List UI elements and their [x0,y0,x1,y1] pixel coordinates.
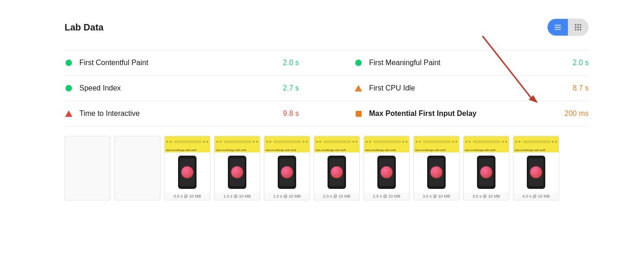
metric-value-si: 2.7 s [283,84,299,92]
metric-label-si: Speed Index [79,84,283,92]
metrics-grid: First Contentful Paint 2.0 s Speed Index… [65,50,589,127]
svg-rect-6 [575,27,576,28]
green-circle-icon-2 [65,84,73,92]
metric-label-tti: Time to Interactive [79,109,283,118]
orange-square-icon [354,109,363,118]
metric-first-meaningful-paint: First Meaningful Paint 2.0 s [327,50,589,76]
svg-rect-2 [555,29,561,30]
frame-label-4: 1.0 s @ 10 MB [215,193,260,200]
frame-label-10: 4.0 s @ 10 MB [513,193,559,200]
filmstrip-frame-3: test.com/things with stuff 0.5 s @ 10 MB [164,136,210,200]
metric-first-cpu-idle: First CPU Idle 8.7 s [327,76,589,101]
metric-value-fcp: 2.0 s [283,59,299,67]
red-triangle-icon [65,109,73,118]
svg-rect-5 [580,24,581,25]
header-row: Lab Data [65,18,589,36]
green-circle-icon [65,59,73,67]
metric-time-to-interactive: Time to Interactive 9.8 s [65,101,327,127]
metric-label-fmp: First Meaningful Paint [369,59,572,67]
metric-label-mpfid: Max Potential First Input Delay [369,109,565,118]
svg-rect-3 [575,24,576,25]
filmstrip-frame-7: test.com/things with stuff 2.5 s @ 10 MB [364,136,410,200]
metric-value-fci: 8.7 s [572,84,589,92]
filmstrip-section: test.com/things with stuff 0.5 s @ 10 MB [65,136,589,200]
svg-rect-10 [578,29,579,30]
filmstrip-frame-8: test.com/things with stuff 3.0 s @ 10 MB [413,136,459,200]
frame-label-5: 1.5 s @ 10 MB [264,193,310,200]
grid-icon [574,23,582,31]
filmstrip-frame-2 [114,136,161,200]
list-icon [554,23,562,31]
filmstrip-frame-9: test.com/things with stuff 3.5 s @ 10 MB [463,136,509,200]
svg-rect-1 [555,27,561,28]
page-title: Lab Data [65,22,103,33]
metric-label-fci: First CPU Idle [369,84,572,92]
frame-label-8: 3.0 s @ 10 MB [414,193,459,200]
frame-label-9: 3.5 s @ 10 MB [464,193,509,200]
orange-triangle-icon [354,84,363,92]
metrics-right-column: First Meaningful Paint 2.0 s First CPU I… [327,50,589,127]
svg-rect-9 [575,29,576,30]
frame-label-3: 0.5 s @ 10 MB [165,193,210,200]
metric-value-mpfid: 200 ms [565,109,589,118]
svg-rect-7 [578,27,579,28]
svg-rect-11 [580,29,581,30]
filmstrip-frame-5: test.com/things with stuff 1.5 s @ 10 MB [264,136,310,200]
metric-speed-index: Speed Index 2.7 s [65,76,327,101]
view-toggle[interactable] [547,18,589,36]
svg-rect-4 [578,24,579,25]
metrics-left-column: First Contentful Paint 2.0 s Speed Index… [65,50,327,127]
metric-label-fcp: First Contentful Paint [79,59,283,67]
grid-view-button[interactable] [568,19,588,36]
svg-rect-0 [555,25,561,26]
metric-value-tti: 9.8 s [283,109,299,118]
metric-first-contentful-paint: First Contentful Paint 2.0 s [65,50,327,76]
filmstrip-frame-4: test.com/things with stuff 1.0 s @ 10 MB [214,136,260,200]
filmstrip-frame-10: test.com/things with stuff 4.0 s @ 10 MB [513,136,559,200]
frame-label-7: 2.5 s @ 10 MB [364,193,409,200]
svg-rect-8 [580,27,581,28]
metric-max-potential-fid: Max Potential First Input Delay 200 ms [327,101,589,127]
frame-label-6: 2.0 s @ 10 MB [314,193,359,200]
green-circle-icon-3 [354,59,363,67]
list-view-button[interactable] [548,19,568,36]
filmstrip-frame-6: test.com/things with stuff 2.0 s @ 10 MB [314,136,360,200]
filmstrip-frame-1 [65,136,111,200]
metric-value-fmp: 2.0 s [572,59,589,67]
